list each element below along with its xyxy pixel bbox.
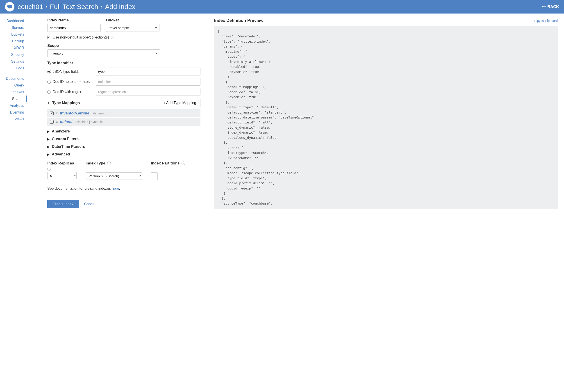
docid-regex-radio-label: Doc ID with regex:	[53, 90, 82, 94]
caret-right-icon: ▶	[47, 130, 50, 133]
caret-down-icon[interactable]: ▼	[47, 101, 50, 105]
index-partitions-input[interactable]	[151, 172, 158, 180]
info-icon[interactable]: i	[107, 162, 111, 165]
index-name-input[interactable]	[47, 24, 101, 32]
section-analyzers[interactable]: ▶Analyzers	[47, 129, 200, 134]
section-advanced[interactable]: ▶Advanced	[47, 152, 200, 156]
json-type-input[interactable]	[96, 68, 200, 75]
scope-label: Scope	[47, 43, 160, 48]
hash-icon: #	[56, 120, 58, 124]
docid-regex-radio[interactable]	[47, 90, 51, 94]
section-label: Analyzers	[52, 129, 70, 134]
sidebar-item-security[interactable]: Security	[0, 51, 27, 58]
index-name-label: Index Name	[47, 18, 101, 23]
section-label: Advanced	[52, 152, 70, 156]
sidebar-item-xdcr[interactable]: XDCR	[0, 45, 27, 51]
index-type-label: Index Type i	[86, 161, 142, 166]
create-index-button[interactable]: Create Index	[47, 200, 79, 208]
json-type-radio-label: JSON type field:	[53, 70, 79, 74]
caret-right-icon: ▶	[47, 138, 50, 141]
back-label: BACK	[547, 4, 559, 9]
docid-sep-radio-label: Doc ID up to separator:	[53, 80, 90, 84]
back-button[interactable]: 🡐 BACK	[542, 4, 559, 9]
sidebar-item-logs[interactable]: Logs	[0, 65, 27, 72]
caret-down-icon	[156, 53, 157, 54]
chevron-right-icon: ›	[45, 3, 48, 11]
scope-value: inventory	[50, 51, 64, 55]
sidebar-item-views[interactable]: Views	[0, 116, 27, 123]
sidebar-item-settings[interactable]: Settings	[0, 58, 27, 65]
sidebar-item-servers[interactable]: Servers	[0, 24, 27, 31]
documentation-text: See documentation for creating indexes h…	[47, 186, 200, 191]
sidebar-item-eventing[interactable]: Eventing	[0, 109, 27, 116]
type-mappings-list: #inventory.airline| dynamic#default| dis…	[47, 109, 200, 126]
index-type-select[interactable]: Version 6.0 (Scorch)	[86, 172, 142, 180]
mapping-checkbox[interactable]	[50, 112, 54, 115]
sidebar-item-query[interactable]: Query	[0, 82, 27, 89]
section-custom-filters[interactable]: ▶Custom Filters	[47, 137, 200, 141]
nondefault-scope-checkbox[interactable]	[47, 36, 51, 39]
divider	[47, 195, 200, 195]
sidebar-item-indexes[interactable]: Indexes	[0, 89, 27, 96]
sidebar-group: DashboardServersBucketsBackupXDCRSecurit…	[0, 18, 27, 72]
breadcrumb-item[interactable]: couch01	[18, 3, 43, 11]
sidebar: DashboardServersBucketsBackupXDCRSecurit…	[0, 14, 27, 216]
mapping-checkbox[interactable]	[50, 120, 54, 124]
type-mappings-label[interactable]: Type Mappings	[52, 101, 80, 105]
scope-select[interactable]: inventory	[47, 49, 160, 57]
docid-sep-radio[interactable]	[47, 80, 51, 84]
breadcrumb-item: Add Index	[105, 3, 135, 11]
json-type-radio[interactable]	[47, 70, 51, 73]
sidebar-item-backup[interactable]: Backup	[0, 38, 27, 45]
section-date-time-parsers[interactable]: ▶Date/Time Parsers	[47, 144, 200, 149]
mapping-tags: | disabled | dynamic	[75, 120, 102, 124]
bucket-label: Bucket	[106, 18, 159, 23]
mapping-tags: | dynamic	[91, 112, 105, 115]
section-label: Date/Time Parsers	[52, 144, 85, 149]
sidebar-item-search[interactable]: Search	[0, 96, 27, 102]
info-icon[interactable]: i	[181, 162, 185, 165]
add-type-mapping-button[interactable]: + Add Type Mapping	[159, 99, 200, 107]
bucket-value: travel-sample	[109, 26, 129, 30]
sidebar-item-buckets[interactable]: Buckets	[0, 31, 27, 38]
documentation-link[interactable]: here	[112, 186, 119, 190]
sidebar-item-dashboard[interactable]: Dashboard	[0, 18, 27, 24]
header-left: couch01 › Full Text Search › Add Index	[5, 2, 135, 12]
sidebar-item-documents[interactable]: Documents	[0, 75, 27, 82]
docid-sep-input[interactable]	[96, 78, 200, 86]
breadcrumb: couch01 › Full Text Search › Add Index	[18, 3, 135, 11]
index-replicas-select[interactable]: 0	[47, 172, 77, 179]
copy-to-clipboard-link[interactable]: copy to clipboard	[534, 19, 558, 23]
logo-icon	[5, 2, 14, 12]
info-icon[interactable]: i	[111, 36, 114, 39]
preview-json: { "name": "demoIndex", "type": "fulltext…	[214, 26, 558, 209]
hash-icon: #	[56, 112, 58, 115]
arrow-left-icon: 🡐	[542, 4, 546, 9]
cancel-button[interactable]: Cancel	[84, 202, 96, 206]
chevron-right-icon: ›	[100, 3, 103, 11]
info-icon[interactable]: i	[47, 167, 51, 170]
type-mapping-row[interactable]: #default| disabled | dynamic	[47, 118, 200, 126]
docid-regex-input[interactable]	[96, 88, 200, 96]
preview-title: Index Definition Preview	[214, 18, 263, 23]
caret-down-icon	[155, 27, 157, 28]
mapping-name: inventory.airline	[60, 111, 89, 116]
index-replicas-label: Index Replicas	[47, 161, 77, 166]
type-mapping-row[interactable]: #inventory.airline| dynamic	[47, 109, 200, 117]
preview-area: Index Definition Preview copy to clipboa…	[214, 18, 558, 209]
caret-right-icon: ▶	[47, 153, 50, 156]
caret-right-icon: ▶	[47, 145, 50, 148]
top-header: couch01 › Full Text Search › Add Index 🡐…	[0, 0, 564, 14]
sidebar-group: DocumentsQueryIndexesSearchAnalyticsEven…	[0, 75, 27, 123]
bucket-select[interactable]: travel-sample	[106, 24, 159, 32]
mapping-name: default	[60, 120, 72, 124]
breadcrumb-item[interactable]: Full Text Search	[50, 3, 98, 11]
type-identifier-label: Type Identifier	[47, 61, 200, 65]
sidebar-item-analytics[interactable]: Analytics	[0, 102, 27, 109]
form-area: Index Name Bucket travel-sample Use non-…	[47, 18, 200, 209]
nondefault-scope-label: Use non-default scope/collection(s)	[53, 35, 109, 40]
section-label: Custom Filters	[52, 137, 79, 141]
index-partitions-label: Index Partitions i	[151, 161, 185, 166]
